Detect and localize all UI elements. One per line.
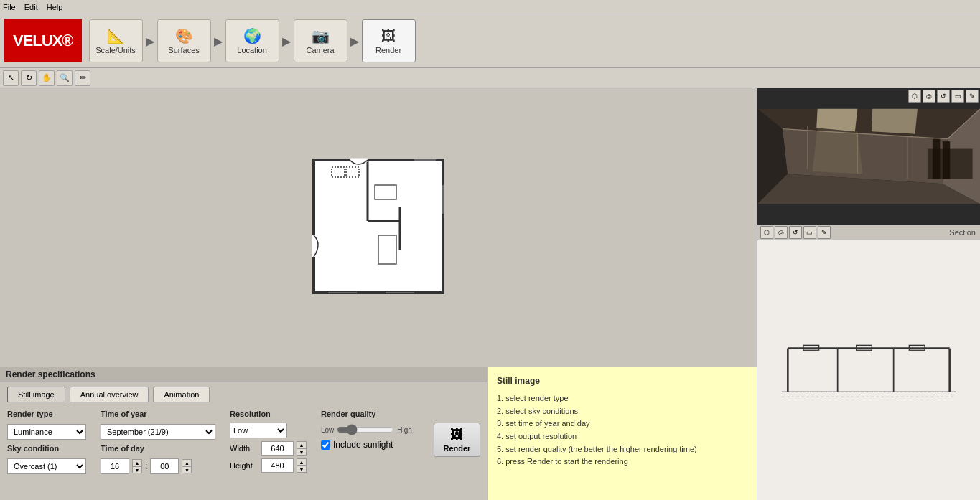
workflow-step-surfaces: 🎨 Surfaces ▶ xyxy=(157,19,225,62)
section-tool-5[interactable]: ✎ xyxy=(818,226,831,239)
menu-file[interactable]: File xyxy=(3,3,16,11)
hours-up-button[interactable]: ▲ xyxy=(132,459,142,466)
quality-slider[interactable] xyxy=(337,424,394,435)
minutes-spinner: ▲ ▼ xyxy=(182,459,192,473)
time-hours-input[interactable] xyxy=(101,458,129,474)
svg-rect-29 xyxy=(933,139,940,179)
animation-button[interactable]: Animation xyxy=(153,387,210,402)
minutes-down-button[interactable]: ▼ xyxy=(182,466,192,473)
help-step-3: 3. set time of year and day xyxy=(497,418,748,430)
quality-group: Render quality Low High Include sunlight xyxy=(321,410,412,450)
workflow-step-camera: 📷 Camera ▶ xyxy=(294,19,362,62)
step-arrow-3: ▶ xyxy=(279,34,294,48)
section-svg xyxy=(775,334,962,406)
step-location-label: Location xyxy=(237,46,267,55)
svg-marker-25 xyxy=(816,109,857,131)
render-type-buttons: Still image Annual overview Animation xyxy=(7,387,480,402)
help-step-4: 4. set output resolution xyxy=(497,430,748,443)
bottom-area: Render specifications Still image Annual… xyxy=(0,367,757,500)
step-camera-button[interactable]: 📷 Camera xyxy=(294,19,347,62)
main-content: Render specifications Still image Annual… xyxy=(0,88,980,500)
menu-help[interactable]: Help xyxy=(47,3,63,11)
help-title: Still image xyxy=(497,374,748,388)
camera-icon: 📷 xyxy=(312,27,330,44)
view3d-tool-2[interactable]: ◎ xyxy=(923,90,935,103)
view-3d-toolbar: ⬡ ◎ ↺ ▭ ✎ xyxy=(908,90,979,103)
quality-high-label: High xyxy=(397,426,412,434)
icon-toolbar: ↖ ↻ ✋ 🔍 ✏ xyxy=(0,68,980,88)
tool-cursor-icon[interactable]: ↖ xyxy=(3,70,19,86)
render-specs-wrapper: Render specifications Still image Annual… xyxy=(0,367,487,500)
width-spinner: ▲ ▼ xyxy=(297,441,307,456)
menu-edit[interactable]: Edit xyxy=(24,3,38,11)
step-location-button[interactable]: 🌍 Location xyxy=(225,19,279,62)
velux-logo: VELUX® xyxy=(4,19,82,62)
resolution-label: Resolution xyxy=(230,410,307,418)
hours-down-button[interactable]: ▼ xyxy=(132,466,142,473)
minutes-up-button[interactable]: ▲ xyxy=(182,459,192,466)
height-up-button[interactable]: ▲ xyxy=(297,458,307,466)
floor-plan-area xyxy=(0,88,757,367)
main-toolbar: VELUX® 📐 Scale/Units ▶ 🎨 Surfaces ▶ 🌍 Lo… xyxy=(0,14,980,68)
sky-condition-label: Sky condition xyxy=(7,444,86,453)
tool-pan-icon[interactable]: ✋ xyxy=(39,70,55,86)
quality-low-label: Low xyxy=(321,426,334,434)
surfaces-icon: 🎨 xyxy=(175,27,193,44)
tool-zoom-icon[interactable]: 🔍 xyxy=(57,70,73,86)
width-input[interactable] xyxy=(261,441,294,456)
include-sunlight-label: Include sunlight xyxy=(333,440,393,450)
view3d-tool-5[interactable]: ✎ xyxy=(966,90,979,103)
workflow-step-render: 🖼 Render xyxy=(362,19,416,62)
workflow-step-location: 🌍 Location ▶ xyxy=(225,19,294,62)
height-down-button[interactable]: ▼ xyxy=(297,466,307,473)
height-input[interactable] xyxy=(261,458,294,473)
workflow-step-scale: 📐 Scale/Units ▶ xyxy=(89,19,157,62)
time-minutes-input[interactable] xyxy=(150,458,179,474)
resolution-select[interactable]: Low Medium High xyxy=(230,423,287,438)
render-type-select[interactable]: Luminance Daylight Factor Illuminance xyxy=(7,424,86,440)
annual-overview-button[interactable]: Annual overview xyxy=(70,387,149,402)
view-section-toolbar: ⬡ ◎ ↺ ▭ ✎ Section xyxy=(757,225,980,240)
step-render-button[interactable]: 🖼 Render xyxy=(362,19,416,62)
time-colon: : xyxy=(145,461,147,471)
width-down-button[interactable]: ▼ xyxy=(297,448,307,456)
section-tool-4[interactable]: ▭ xyxy=(803,226,816,239)
menubar: File Edit Help xyxy=(0,0,980,14)
include-sunlight-checkbox[interactable] xyxy=(321,440,330,450)
width-row: Width ▲ ▼ xyxy=(230,441,307,456)
view3d-tool-3[interactable]: ↺ xyxy=(937,90,950,103)
tool-draw-icon[interactable]: ✏ xyxy=(75,70,90,86)
render-specs-title: Render specifications xyxy=(0,367,487,382)
section-tool-2[interactable]: ◎ xyxy=(775,226,788,239)
width-up-button[interactable]: ▲ xyxy=(297,441,307,448)
view3d-tool-4[interactable]: ▭ xyxy=(951,90,964,103)
time-of-day-row: ▲ ▼ : ▲ ▼ xyxy=(101,458,215,474)
step-arrow-4: ▶ xyxy=(347,34,362,48)
view3d-tool-1[interactable]: ⬡ xyxy=(908,90,921,103)
height-label: Height xyxy=(230,461,258,470)
time-of-year-select[interactable]: January (21/1) February (21/2) March (21… xyxy=(101,424,215,440)
location-icon: 🌍 xyxy=(243,27,261,44)
render-action-label: Render xyxy=(443,444,470,453)
step-scale-units-button[interactable]: 📐 Scale/Units xyxy=(89,19,143,62)
help-panel: Still image 1. select render type 2. sel… xyxy=(487,367,757,500)
section-tool-1[interactable]: ⬡ xyxy=(760,226,773,239)
tool-rotate-icon[interactable]: ↻ xyxy=(21,70,37,86)
height-row: Height ▲ ▼ xyxy=(230,458,307,473)
step-arrow-1: ▶ xyxy=(143,34,157,48)
step-camera-label: Camera xyxy=(307,46,335,55)
render-specs-content: Still image Annual overview Animation Re… xyxy=(0,382,487,478)
view-3d: ⬡ ◎ ↺ ▭ ✎ xyxy=(757,88,980,225)
width-label: Width xyxy=(230,444,258,453)
time-group: Time of year January (21/1) February (21… xyxy=(101,410,215,474)
render-action-button[interactable]: 🖼 Render xyxy=(434,423,480,457)
render-quality-label: Render quality xyxy=(321,410,412,418)
step-render-label: Render xyxy=(375,46,401,55)
hours-spinner: ▲ ▼ xyxy=(132,459,142,473)
sky-condition-select[interactable]: Overcast (1) Clear sky Partly cloudy xyxy=(7,458,86,474)
still-image-button[interactable]: Still image xyxy=(7,387,65,402)
section-tool-3[interactable]: ↺ xyxy=(789,226,802,239)
time-of-year-label: Time of year xyxy=(101,410,215,418)
step-surfaces-button[interactable]: 🎨 Surfaces xyxy=(157,19,211,62)
scene-3d-svg xyxy=(757,88,980,225)
